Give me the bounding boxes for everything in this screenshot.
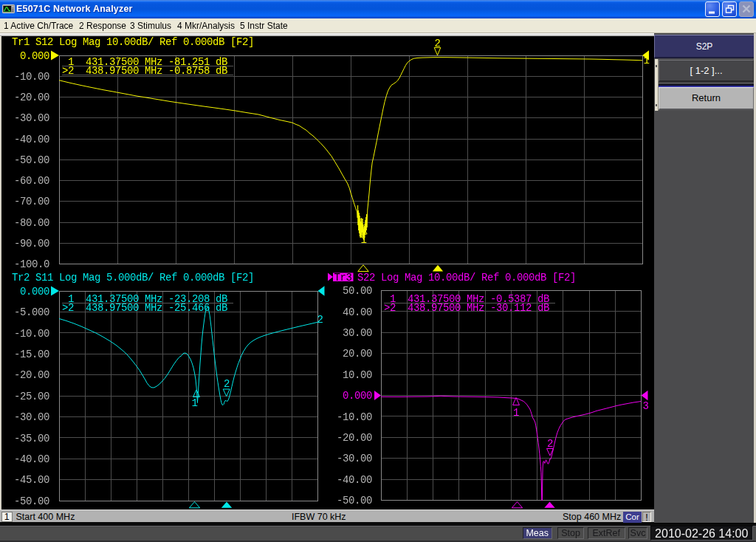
svg-text:-5.000: -5.000 [14,306,49,318]
svg-text:-70.00: -70.00 [14,196,49,207]
svg-text:50.00: 50.00 [343,285,372,297]
svg-text:Tr3: Tr3 [334,272,352,284]
svg-text:-30.00: -30.00 [14,411,49,423]
svg-text:-30.00: -30.00 [337,453,372,464]
svg-text:-35.00: -35.00 [14,433,49,445]
svg-text:-100.0: -100.0 [14,258,49,270]
svg-text:-40.00: -40.00 [14,134,49,145]
svg-text:2: 2 [547,438,553,450]
svg-text:-60.00: -60.00 [14,175,49,187]
svg-text:S22 Log Mag 10.00dB/ Ref 0.000: S22 Log Mag 10.00dB/ Ref 0.000dB [F2] [357,272,576,284]
svg-text:>2 438.97500 MHz -25.466 dB: >2 438.97500 MHz -25.466 dB [62,302,227,314]
svg-text:2: 2 [317,314,323,326]
svg-text:-10.00: -10.00 [14,71,49,83]
svg-text:-30.00: -30.00 [14,112,49,124]
svg-text:0.000: 0.000 [20,286,49,298]
svg-text:-50.00: -50.00 [14,154,49,166]
svg-text:-25.00: -25.00 [14,391,49,402]
svg-text:1: 1 [361,234,367,246]
svg-text:-50.00: -50.00 [14,495,49,507]
svg-text:-20.00: -20.00 [14,92,49,103]
svg-text:40.00: 40.00 [343,306,372,318]
svg-text:-10.00: -10.00 [14,328,49,340]
svg-text:-20.00: -20.00 [337,432,372,444]
svg-text:3: 3 [643,400,649,412]
svg-text:-10.00: -10.00 [337,411,372,423]
svg-text:-15.00: -15.00 [14,349,49,360]
svg-text:0.000: 0.000 [343,390,372,402]
svg-text:>2 438.97500 MHz -30.112 dB: >2 438.97500 MHz -30.112 dB [384,302,549,314]
svg-text:Tr2 S11 Log Mag 5.000dB/ Ref 0: Tr2 S11 Log Mag 5.000dB/ Ref 0.000dB [F2… [12,272,254,284]
svg-text:20.00: 20.00 [343,348,372,360]
svg-text:1: 1 [644,55,650,66]
svg-text:-40.00: -40.00 [337,474,372,486]
svg-text:-40.00: -40.00 [14,453,49,465]
svg-text:-50.00: -50.00 [337,495,372,507]
svg-text:-45.00: -45.00 [14,474,49,486]
svg-text:Tr1 S12 Log Mag 10.00dB/ Ref 0: Tr1 S12 Log Mag 10.00dB/ Ref 0.000dB [F2… [12,36,254,48]
svg-text:1: 1 [192,397,198,409]
svg-text:1: 1 [513,407,519,419]
svg-text:2: 2 [224,378,230,390]
svg-text:-90.00: -90.00 [14,238,49,250]
svg-text:0.000: 0.000 [20,50,49,62]
svg-text:30.00: 30.00 [343,327,372,339]
svg-text:-80.00: -80.00 [14,217,49,229]
svg-text:-20.00: -20.00 [14,369,49,381]
svg-text:10.00: 10.00 [343,369,372,381]
